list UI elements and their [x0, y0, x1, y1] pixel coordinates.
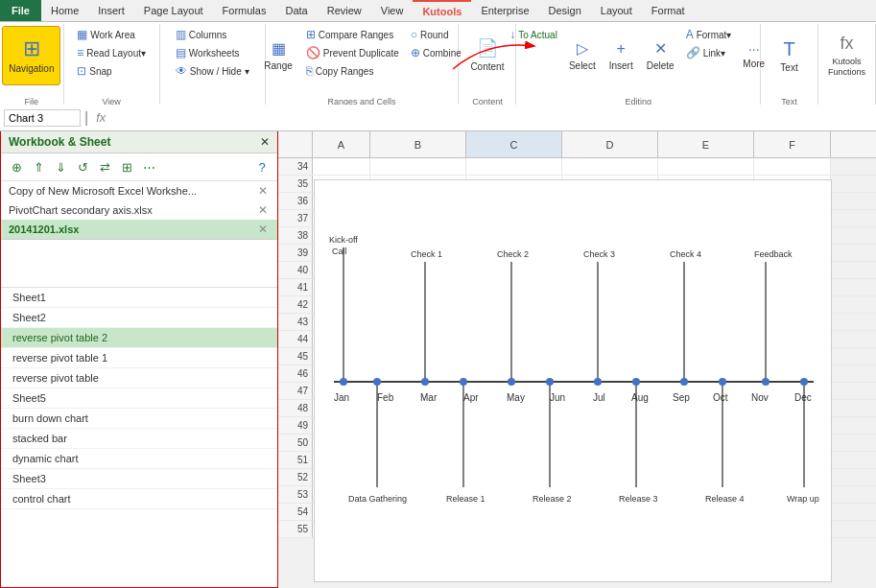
svg-text:Dec: Dec	[794, 392, 812, 403]
row-num-45: 45	[278, 348, 313, 365]
row-num-53: 53	[278, 486, 313, 503]
compare-ranges-button[interactable]: ⊞ Compare Ranges	[302, 26, 403, 43]
nav-panel-close[interactable]: ✕	[260, 135, 270, 149]
tab-file[interactable]: File	[0, 0, 41, 21]
sheet-item-6[interactable]: burn down chart	[1, 409, 277, 429]
to-actual-icon: ↓	[509, 28, 515, 41]
range-icon: ▦	[272, 39, 286, 58]
cell-A34[interactable]	[313, 158, 370, 175]
tab-page-layout[interactable]: Page Layout	[134, 0, 213, 21]
sheet-item-5[interactable]: Sheet5	[1, 388, 277, 409]
workbook-item-0[interactable]: Copy of New Microsoft Excel Workshe... ✕	[1, 181, 277, 200]
svg-text:Data Gathering: Data Gathering	[348, 494, 407, 504]
tab-enterprise[interactable]: Enterprise	[471, 0, 538, 21]
to-actual-button[interactable]: ↓ To Actual	[506, 26, 561, 43]
col-header-D[interactable]: D	[562, 131, 658, 157]
col-header-A[interactable]: A	[313, 131, 370, 157]
svg-text:Jun: Jun	[550, 392, 565, 403]
workbook-close-1[interactable]: ✕	[256, 203, 270, 217]
read-layout-button[interactable]: ≡ Read Layout▾	[73, 44, 150, 61]
show-hide-button[interactable]: 👁 Show / Hide ▾	[172, 62, 253, 80]
tab-kutools[interactable]: Kutools	[413, 0, 471, 21]
nav-down-icon[interactable]: ⇓	[51, 157, 70, 176]
combine-icon: ⊕	[411, 46, 420, 59]
row-num-36: 36	[278, 193, 313, 209]
svg-text:Nov: Nov	[751, 392, 769, 403]
col-header-F[interactable]: F	[754, 131, 831, 157]
workbook-close-2[interactable]: ✕	[256, 223, 270, 236]
workbook-close-0[interactable]: ✕	[256, 184, 270, 198]
nav-up-icon[interactable]: ⇑	[29, 157, 48, 176]
svg-text:Oct: Oct	[713, 392, 728, 403]
tab-formulas[interactable]: Formulas	[213, 0, 276, 21]
workbook-item-2[interactable]: 20141201.xlsx ✕	[1, 220, 277, 239]
sheet-item-4[interactable]: reverse pivot table	[1, 368, 277, 388]
copy-ranges-button[interactable]: ⎘ Copy Ranges	[302, 62, 403, 80]
workbook-item-1[interactable]: PivotChart secondary axis.xlsx ✕	[1, 200, 277, 220]
columns-button[interactable]: ▥ Columns	[172, 26, 253, 43]
col-header-C[interactable]: C	[466, 131, 562, 157]
tab-home[interactable]: Home	[41, 0, 88, 21]
combine-button[interactable]: ⊕ Combine	[407, 44, 465, 61]
nav-refresh-icon[interactable]: ↺	[73, 157, 92, 176]
col-header-E[interactable]: E	[658, 131, 754, 157]
ranges-col: ⊞ Compare Ranges 🚫 Prevent Duplicate ⎘ C…	[302, 26, 403, 93]
name-box[interactable]	[4, 109, 81, 127]
tab-format[interactable]: Format	[642, 0, 695, 21]
navigation-button[interactable]: ⊞ Navigation	[2, 26, 60, 85]
prevent-duplicate-button[interactable]: 🚫 Prevent Duplicate	[302, 44, 403, 61]
cell-B34[interactable]	[370, 158, 466, 175]
svg-point-15	[340, 378, 347, 386]
sheet-item-10[interactable]: control chart	[1, 489, 277, 509]
worksheets-button[interactable]: ▤ Worksheets	[172, 44, 253, 61]
kutools-functions-button[interactable]: fx Kutools Functions	[822, 26, 871, 85]
sheet-item-3[interactable]: reverse pivot table 1	[1, 348, 277, 368]
chart-container[interactable]: Jan Feb Mar Apr May Jun Jul Aug Sep Oct …	[314, 179, 832, 582]
cell-C34[interactable]	[466, 158, 562, 175]
sheet-item-7[interactable]: stacked bar	[1, 429, 277, 449]
cell-F34[interactable]	[754, 158, 831, 175]
work-area-button[interactable]: ▦ Work Area	[73, 26, 150, 43]
col-header-B[interactable]: B	[370, 131, 466, 157]
cell-D34[interactable]	[562, 158, 658, 175]
nav-sync-icon[interactable]: ⇄	[95, 157, 114, 176]
nav-grid-icon[interactable]: ⊞	[117, 157, 136, 176]
nav-help-icon[interactable]: ?	[252, 157, 272, 176]
nav-empty-area	[1, 240, 277, 288]
format-button[interactable]: A Format▾	[682, 26, 736, 43]
nav-add-icon[interactable]: ⊕	[7, 157, 26, 176]
formula-input[interactable]	[113, 112, 872, 124]
row-num-55: 55	[278, 521, 313, 537]
nav-more-icon[interactable]: ⋯	[139, 157, 158, 176]
navigation-icon: ⊞	[23, 36, 40, 61]
content-button[interactable]: 📄 Content	[464, 26, 509, 85]
sheet-item-9[interactable]: Sheet3	[1, 469, 277, 489]
sheet-item-8[interactable]: dynamic chart	[1, 449, 277, 469]
sheet-item-1[interactable]: Sheet2	[1, 308, 277, 328]
snap-button[interactable]: ⊡ Snap	[73, 62, 150, 80]
tab-insert[interactable]: Insert	[88, 0, 134, 21]
row-num-47: 47	[278, 383, 313, 399]
tab-data[interactable]: Data	[275, 0, 317, 21]
sheet-item-2[interactable]: reverse pivot table 2	[1, 328, 277, 348]
insert-button[interactable]: + Insert	[604, 26, 639, 85]
select-button[interactable]: ▷ Select	[563, 26, 602, 85]
worksheets-icon: ▤	[176, 46, 186, 59]
kutools-fn-items: fx Kutools Functions	[822, 26, 871, 106]
tab-layout[interactable]: Layout	[591, 0, 642, 21]
tab-review[interactable]: Review	[318, 0, 371, 21]
group-kutools-fn: fx Kutools Functions	[818, 24, 876, 108]
svg-text:Wrap up: Wrap up	[787, 494, 819, 504]
link-button[interactable]: 🔗 Link▾	[682, 44, 736, 61]
round-button[interactable]: ○ Round	[407, 26, 465, 43]
delete-button[interactable]: ✕ Delete	[641, 26, 680, 85]
tab-view[interactable]: View	[371, 0, 414, 21]
text-button[interactable]: T Text	[770, 26, 809, 85]
tab-design[interactable]: Design	[539, 0, 591, 21]
sheet-item-0[interactable]: Sheet1	[1, 288, 277, 308]
svg-point-46	[719, 378, 726, 386]
cell-E34[interactable]	[658, 158, 754, 175]
sheet-row-34: 34	[278, 158, 876, 176]
range-button[interactable]: ▦ Range	[258, 26, 297, 85]
editing-col2: A Format▾ 🔗 Link▾	[682, 26, 736, 75]
